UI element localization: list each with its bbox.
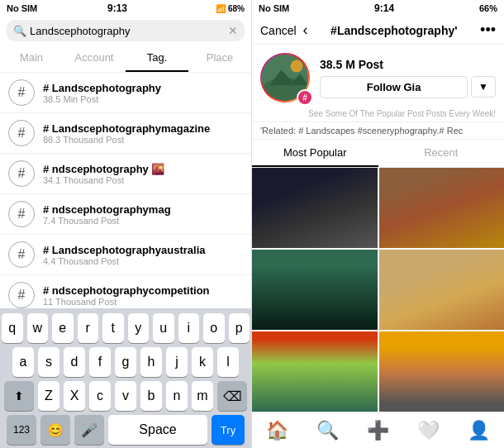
key-o[interactable]: o (203, 313, 225, 343)
hashtag-icon: # (8, 241, 35, 268)
key-c[interactable]: c (89, 381, 111, 411)
key-t[interactable]: t (102, 313, 124, 343)
back-button[interactable]: ‹ (303, 21, 308, 39)
list-item[interactable]: # # ndscephotographymag 7.4 Thousand Pos… (0, 194, 251, 235)
clear-search-icon[interactable]: ✕ (228, 24, 238, 37)
key-j[interactable]: j (166, 347, 188, 377)
tab-place[interactable]: Place (188, 45, 251, 72)
key-k[interactable]: k (192, 347, 213, 377)
nav-add-icon[interactable]: ➕ (367, 420, 389, 441)
key-z[interactable]: Z (38, 381, 59, 411)
photo-cell[interactable] (379, 331, 505, 412)
time-left: 9:13 (107, 2, 127, 14)
key-backspace[interactable]: ⌫ (217, 381, 247, 411)
follow-dropdown-button[interactable]: ▼ (471, 76, 496, 98)
key-emoji[interactable]: 😊 (40, 415, 70, 445)
content-tabs: Most Popular Recent (252, 140, 504, 168)
key-s[interactable]: s (38, 347, 59, 377)
nav-likes-icon[interactable]: 🤍 (417, 420, 440, 441)
key-n[interactable]: n (166, 381, 188, 411)
left-panel: No SIM 9:13 📶 68% 🔍 Landscephotography ✕… (0, 0, 252, 448)
key-l[interactable]: l (217, 347, 239, 377)
key-y[interactable]: y (128, 313, 150, 343)
tab-recent[interactable]: Recent (378, 140, 505, 167)
hashtag-icon: # (8, 120, 35, 146)
carrier-left: No SIM (7, 3, 37, 13)
key-b[interactable]: b (140, 381, 162, 411)
result-subtitle: 88.3 Thousand Post (43, 135, 243, 145)
nav-profile-icon[interactable]: 👤 (468, 420, 490, 441)
list-item[interactable]: # # Landscephotography 38.5 Min Post (0, 73, 251, 113)
key-g[interactable]: g (115, 347, 136, 377)
search-tabs: Main Account Tag. Place (0, 45, 251, 73)
hashtag-icon: # (8, 201, 35, 227)
keyboard-row-1: q w e r t y u i o p (2, 313, 250, 343)
key-x[interactable]: X (64, 381, 85, 411)
right-nav: Cancel ‹ #Landscephotography' ••• (252, 17, 504, 45)
search-input[interactable]: Landscephotography (30, 25, 225, 37)
right-panel: No SIM 9:14 66% Cancel ‹ #Landscephotogr… (252, 0, 504, 448)
status-bar-right: No SIM 9:14 66% (252, 0, 504, 17)
cancel-button[interactable]: Cancel (260, 24, 297, 37)
bottom-nav: 🏠 🔍 ➕ 🤍 👤 (252, 412, 504, 448)
list-item[interactable]: # # ndscephotographycompetition 11 Thous… (0, 275, 251, 308)
follow-button[interactable]: Follow Gia (320, 76, 468, 98)
result-title: # ndscephotography 🌇 (43, 163, 243, 175)
result-title: # ndscephotographymag (43, 203, 243, 216)
photo-cell[interactable] (252, 331, 378, 412)
photo-cell[interactable] (252, 250, 378, 330)
result-title: # Landscephotography (43, 82, 243, 94)
key-d[interactable]: d (64, 347, 85, 377)
photo-grid (252, 168, 504, 412)
key-mic[interactable]: 🎤 (74, 415, 104, 445)
battery-left: 68% (228, 4, 245, 13)
time-right: 9:14 (374, 2, 394, 14)
status-bar-left: No SIM 9:13 📶 68% (0, 0, 251, 17)
key-q[interactable]: q (2, 313, 23, 343)
list-item[interactable]: # # Landscephotographymagazine 88.3 Thou… (0, 113, 251, 154)
key-f[interactable]: f (89, 347, 111, 377)
wifi-icon: 📶 (216, 4, 226, 13)
key-i[interactable]: i (178, 313, 200, 343)
hashtag-icon: # (8, 282, 35, 308)
hashtag-header: # 38.5 M Post Follow Gia ▼ (252, 45, 504, 107)
more-options-button[interactable]: ••• (480, 21, 496, 39)
see-more-text: See Some Of The Popular Post Posts Every… (252, 107, 504, 122)
photo-cell[interactable] (379, 168, 505, 248)
list-item[interactable]: # # ndscephotography 🌇 34.1 Thousand Pos… (0, 154, 251, 194)
nav-home-icon[interactable]: 🏠 (266, 420, 288, 441)
keyboard-bottom-row: 123 😊 🎤 Space Try (2, 415, 250, 445)
photo-cell[interactable] (379, 250, 505, 330)
key-shift[interactable]: ⬆ (4, 381, 34, 411)
result-title: # ndscephotographycompetition (43, 284, 243, 297)
key-e[interactable]: e (52, 313, 74, 343)
key-numbers[interactable]: 123 (7, 415, 36, 445)
page-title: #Landscephotography' (315, 24, 474, 37)
key-u[interactable]: u (153, 313, 174, 343)
tab-most-popular[interactable]: Most Popular (252, 140, 378, 167)
key-v[interactable]: v (115, 381, 136, 411)
keyboard: q w e r t y u i o p a s d f g h j k l ⬆ … (0, 308, 251, 448)
hashtag-icon: # (8, 160, 35, 187)
key-try[interactable]: Try (212, 415, 245, 445)
avatar: # (260, 53, 310, 102)
key-h[interactable]: h (140, 347, 162, 377)
keyboard-row-2: a s d f g h j k l (2, 347, 250, 377)
tab-account[interactable]: Account (63, 45, 126, 72)
search-bar[interactable]: 🔍 Landscephotography ✕ (7, 20, 245, 41)
related-tags: 'Related: # Landscapes #sceneryphography… (252, 122, 504, 140)
key-a[interactable]: a (12, 347, 34, 377)
key-r[interactable]: r (78, 313, 99, 343)
search-icon: 🔍 (13, 25, 26, 37)
key-p[interactable]: p (229, 313, 250, 343)
list-item[interactable]: # # Landscephotographyaustralia 4.4 Thou… (0, 235, 251, 275)
result-subtitle: 7.4 Thousand Post (43, 216, 243, 226)
key-w[interactable]: w (27, 313, 49, 343)
tab-main[interactable]: Main (0, 45, 63, 72)
result-subtitle: 4.4 Thousand Post (43, 256, 243, 266)
photo-cell[interactable] (252, 168, 378, 248)
nav-search-icon[interactable]: 🔍 (316, 420, 339, 441)
key-m[interactable]: m (192, 381, 213, 411)
tab-tag[interactable]: Tag. (126, 45, 188, 72)
key-space[interactable]: Space (108, 415, 207, 445)
